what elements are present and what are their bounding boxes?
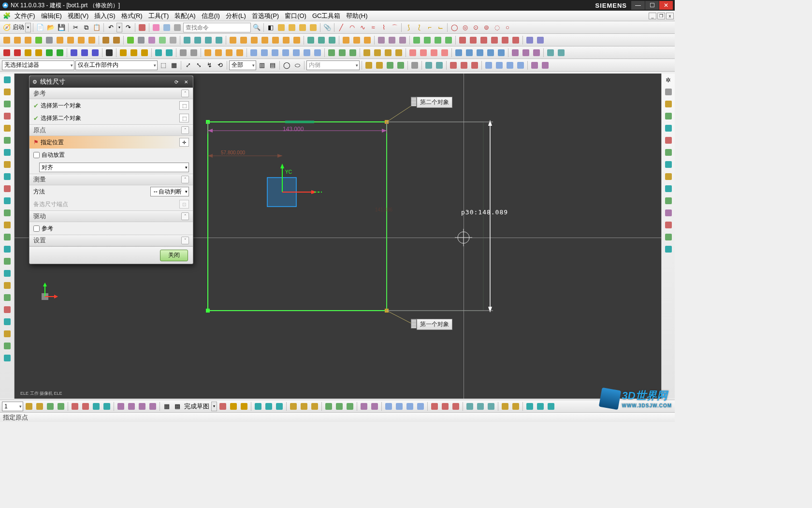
toolbar-btn-a1[interactable]	[137, 23, 147, 32]
tb2-holder-btn-40[interactable]	[377, 35, 386, 45]
toolbar-btn-a3[interactable]	[162, 23, 172, 32]
tb3-holder-btn-14[interactable]	[129, 48, 139, 58]
undo-icon[interactable]: ↶	[106, 23, 116, 32]
dialog-close-icon[interactable]: ✕	[182, 78, 190, 86]
chevron-up-icon[interactable]: ˄	[181, 90, 189, 97]
tb3-holder-btn-0[interactable]	[2, 48, 12, 58]
sel-tool-9[interactable]: ◯	[282, 60, 291, 70]
dialog-title-bar[interactable]: ⚙ 线性尺寸 ⟳ ✕	[29, 76, 193, 88]
paperclip-icon[interactable]: 📎	[322, 23, 332, 32]
tb2-holder-btn-26[interactable]	[249, 35, 259, 45]
toolbar-btn-b2[interactable]	[276, 23, 286, 32]
bt-holder2-btn-20[interactable]	[394, 402, 404, 411]
selbar-extra-btn-15[interactable]	[494, 60, 504, 70]
gear-icon[interactable]: ⚙	[32, 79, 37, 85]
left-toolbar-btn-16[interactable]	[2, 268, 13, 279]
curve4-icon[interactable]: ⌒	[390, 23, 399, 32]
mdi-close[interactable]: x	[666, 13, 674, 19]
left-toolbar-btn-23[interactable]	[2, 353, 13, 363]
chevron-up-icon[interactable]: ˄	[181, 126, 189, 134]
fillet1-icon[interactable]: ⟆	[404, 23, 413, 32]
tb3-holder-btn-56[interactable]	[510, 48, 520, 58]
command-search[interactable]	[183, 23, 251, 32]
bt-holder1-btn-8[interactable]	[102, 402, 112, 411]
section-measure[interactable]: 测量˄	[29, 174, 193, 185]
row-select-first[interactable]: ✔ 选择第一个对象 ⬚	[29, 99, 193, 112]
tb2-holder-btn-51[interactable]	[479, 35, 489, 45]
sel-tool-3[interactable]: ⤢	[183, 60, 193, 70]
tb2-holder-btn-4[interactable]	[44, 35, 54, 45]
save-icon[interactable]: 💾	[57, 23, 66, 32]
tb3-holder-btn-2[interactable]	[23, 48, 33, 58]
tb2-holder-btn-8[interactable]	[87, 35, 97, 45]
tb3-holder-btn-28[interactable]	[249, 48, 259, 58]
close-button[interactable]: 关闭	[160, 250, 188, 261]
tb3-holder-btn-17[interactable]	[154, 48, 163, 58]
mdi-minimize[interactable]: _	[649, 13, 656, 19]
bt-holder2-btn-6[interactable]	[275, 402, 284, 411]
right-toolbar-btn-9[interactable]	[663, 195, 674, 206]
tb3-holder-btn-60[interactable]	[546, 48, 555, 58]
circle4-icon[interactable]: ⊚	[481, 23, 491, 32]
right-toolbar-btn-4[interactable]	[663, 135, 674, 146]
menu-window[interactable]: 窗口(O)	[282, 11, 309, 21]
sel-tool-5[interactable]: ↯	[204, 60, 214, 70]
tb3-holder-btn-25[interactable]	[224, 48, 234, 58]
selbar-extra-btn-1[interactable]	[375, 60, 384, 70]
circle1-icon[interactable]: ◯	[450, 23, 459, 32]
bt-holder1-btn-13[interactable]	[148, 402, 158, 411]
tb3-holder-btn-47[interactable]	[429, 48, 439, 58]
left-toolbar-btn-14[interactable]	[2, 244, 13, 254]
left-toolbar-btn-18[interactable]	[2, 292, 13, 303]
dim-driving-text[interactable]: p30:148.089	[461, 209, 508, 216]
bt-holder2-btn-1[interactable]	[229, 402, 238, 411]
linear-dimension-dialog[interactable]: ⚙ 线性尺寸 ⟳ ✕ 参考˄ ✔ 选择第一个对象 ⬚ ✔ 选择第二个对象 ⬚ 原…	[29, 75, 193, 264]
left-toolbar-btn-17[interactable]	[2, 280, 13, 291]
redo-icon[interactable]: ↷	[123, 23, 133, 32]
bt-holder2-btn-16[interactable]	[359, 402, 369, 411]
section-settings[interactable]: 设置˅	[29, 235, 193, 246]
bt-holder2-btn-33[interactable]	[511, 402, 521, 411]
dim-top-text[interactable]: 143.000	[283, 126, 304, 133]
tb2-holder-btn-0[interactable]	[2, 35, 12, 45]
left-toolbar-btn-15[interactable]	[2, 256, 13, 267]
tb2-holder-btn-1[interactable]	[13, 35, 22, 45]
menu-assembly[interactable]: 装配(A)	[172, 11, 198, 21]
bt-holder1-btn-12[interactable]	[137, 402, 147, 411]
bt-holder1-btn-0[interactable]	[24, 402, 34, 411]
bt-holder2-btn-2[interactable]	[239, 402, 249, 411]
tb2-holder-btn-5[interactable]	[55, 35, 65, 45]
tb2-holder-btn-41[interactable]	[387, 35, 397, 45]
tb3-holder-btn-38[interactable]	[348, 48, 358, 58]
search-icon[interactable]: 🔍	[252, 23, 261, 32]
line-icon[interactable]: ╱	[336, 23, 346, 32]
chevron-up-icon[interactable]: ˄	[181, 212, 189, 220]
tb3-holder-btn-23[interactable]	[203, 48, 213, 58]
tb2-holder-btn-24[interactable]	[228, 35, 238, 45]
circle2-icon[interactable]: ◎	[460, 23, 470, 32]
minimize-button[interactable]: —	[631, 1, 645, 10]
right-toolbar-btn-1[interactable]	[663, 99, 674, 109]
label-second-object[interactable]: 第二个对象	[417, 97, 452, 108]
tb3-holder-btn-43[interactable]	[394, 48, 404, 58]
new-icon[interactable]: 📄	[35, 23, 45, 32]
app-menu-icon[interactable]: 🧩	[2, 11, 12, 21]
menu-view[interactable]: 视图(V)	[65, 11, 91, 21]
dim-right-faint[interactable]: 141.086	[375, 207, 392, 212]
bt-holder2-btn-30[interactable]	[486, 402, 496, 411]
tb2-holder-btn-50[interactable]	[468, 35, 478, 45]
section-reference[interactable]: 参考˄	[29, 88, 193, 99]
finish-sketch-drop[interactable]: ▾	[211, 402, 217, 411]
tb3-holder-btn-61[interactable]	[556, 48, 566, 58]
dialog-reset-icon[interactable]: ⟳	[173, 78, 180, 86]
tb2-holder-btn-25[interactable]	[239, 35, 248, 45]
bt-holder2-btn-5[interactable]	[264, 402, 274, 411]
bt-holder2-btn-28[interactable]	[465, 402, 475, 411]
toolbar-btn-b5[interactable]	[308, 23, 318, 32]
bt-holder1-btn-2[interactable]	[45, 402, 55, 411]
arc-icon[interactable]: ◠	[347, 23, 357, 32]
left-toolbar-btn-22[interactable]	[2, 341, 13, 351]
right-toolbar-btn-10[interactable]	[663, 208, 674, 218]
menu-tools[interactable]: 工具(T)	[145, 11, 172, 21]
sketch-icon-b[interactable]: ▩	[173, 402, 182, 411]
